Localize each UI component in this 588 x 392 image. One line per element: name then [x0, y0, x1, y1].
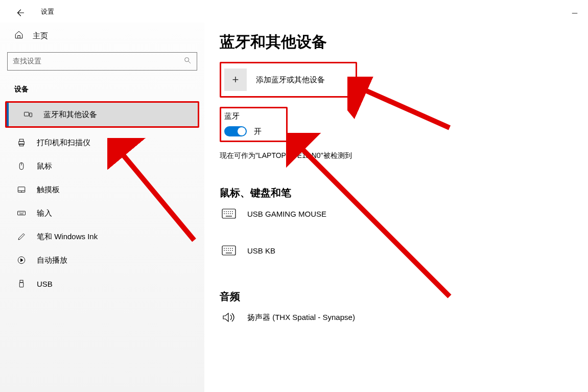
autoplay-icon [16, 256, 27, 265]
sidebar-item-label: 蓝牙和其他设备 [43, 110, 97, 120]
svg-point-1 [185, 58, 189, 62]
annotation-highlight-toggle: 蓝牙 开 [220, 107, 288, 142]
home-label: 主页 [33, 31, 48, 41]
sidebar-item-typing[interactable]: 输入 [0, 201, 204, 225]
sidebar-item-usb[interactable]: USB [0, 272, 204, 295]
plus-icon: + [224, 68, 247, 91]
keyboard-icon [220, 209, 238, 219]
sidebar: 主页 查找设置 设备 蓝牙和其他设备 打印机和扫描仪 鼠标 触摸板 [0, 22, 204, 392]
add-device-label: 添加蓝牙或其他设备 [256, 75, 325, 85]
annotation-highlight-add: + 添加蓝牙或其他设备 [220, 62, 357, 98]
sidebar-item-bluetooth[interactable]: 蓝牙和其他设备 [7, 103, 198, 126]
sidebar-item-autoplay[interactable]: 自动播放 [0, 248, 204, 272]
device-item[interactable]: USB GAMING MOUSE [220, 200, 583, 227]
keyboard-icon [220, 245, 238, 256]
sidebar-item-label: 鼠标 [37, 162, 52, 171]
home-nav[interactable]: 主页 [0, 22, 204, 49]
sidebar-item-pen[interactable]: 笔和 Windows Ink [0, 225, 204, 248]
sidebar-item-mouse[interactable]: 鼠标 [0, 154, 204, 178]
pen-icon [16, 232, 27, 241]
svg-rect-22 [19, 283, 23, 287]
touchpad-icon [16, 185, 27, 194]
device-label: USB KB [247, 246, 275, 255]
group-heading-kbm: 鼠标、键盘和笔 [220, 186, 583, 200]
printer-icon [16, 138, 27, 147]
sidebar-section-title: 设备 [0, 71, 204, 98]
mouse-icon [16, 162, 27, 171]
app-title: 设置 [41, 7, 54, 16]
sidebar-item-printers[interactable]: 打印机和扫描仪 [0, 131, 204, 154]
svg-rect-4 [30, 113, 32, 117]
sidebar-item-label: 笔和 Windows Ink [37, 232, 98, 242]
search-placeholder: 查找设置 [13, 57, 41, 66]
sidebar-item-label: USB [37, 280, 53, 288]
svg-rect-3 [25, 112, 29, 117]
bluetooth-toggle[interactable] [224, 126, 247, 136]
device-label: 扬声器 (THX Spatial - Synapse) [247, 313, 355, 322]
toggle-state-label: 开 [254, 127, 262, 136]
toggle-knob [238, 127, 246, 135]
sidebar-item-label: 打印机和扫描仪 [37, 138, 90, 148]
sidebar-item-label: 自动播放 [37, 256, 67, 265]
minimize-button[interactable] [569, 7, 581, 19]
device-item[interactable]: USB KB [220, 237, 583, 264]
device-item[interactable]: 扬声器 (THX Spatial - Synapse) [220, 304, 583, 331]
group-heading-audio: 音频 [220, 290, 583, 304]
search-icon [183, 56, 192, 66]
back-button[interactable] [14, 7, 26, 18]
sidebar-item-label: 触摸板 [37, 185, 60, 195]
bluetooth-heading: 蓝牙 [224, 111, 262, 121]
svg-line-2 [189, 61, 191, 63]
svg-rect-13 [18, 211, 26, 215]
speaker-icon [220, 312, 238, 322]
sidebar-item-label: 输入 [37, 209, 52, 218]
minimize-icon [571, 10, 578, 17]
main-content: 蓝牙和其他设备 + 添加蓝牙或其他设备 蓝牙 开 现在可作为"LAPTOP-8P… [220, 22, 583, 392]
keyboard-icon [16, 209, 27, 218]
devices-icon [23, 110, 33, 119]
svg-rect-21 [20, 280, 23, 283]
svg-rect-7 [19, 144, 23, 146]
discovery-status: 现在可作为"LAPTOP-8PE1J N0"被检测到 [220, 151, 583, 160]
arrow-left-icon [15, 8, 25, 17]
page-title: 蓝牙和其他设备 [220, 32, 583, 53]
svg-rect-6 [19, 139, 23, 142]
device-label: USB GAMING MOUSE [247, 210, 326, 218]
svg-marker-20 [21, 259, 23, 262]
usb-icon [16, 279, 27, 288]
search-input[interactable]: 查找设置 [7, 52, 197, 71]
sidebar-item-touchpad[interactable]: 触摸板 [0, 178, 204, 201]
home-icon [14, 30, 23, 41]
annotation-highlight-nav: 蓝牙和其他设备 [5, 101, 199, 128]
add-device-button[interactable]: + 添加蓝牙或其他设备 [224, 67, 325, 92]
titlebar: 设置 [0, 0, 588, 22]
